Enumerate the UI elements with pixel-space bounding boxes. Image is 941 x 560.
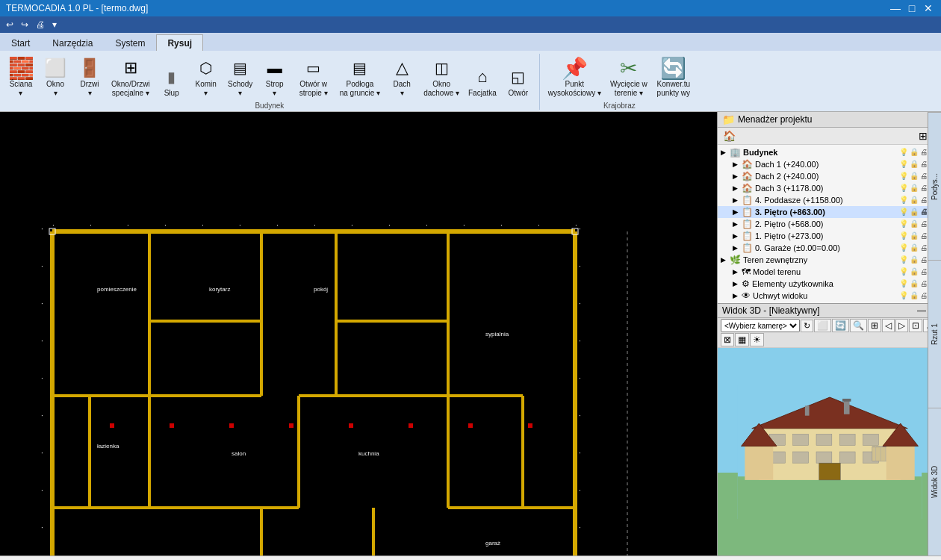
view3d-btn7[interactable]: ⊡ [909,319,922,332]
tree-print-poddasze[interactable]: 🖨 [920,196,928,205]
tree-print-teren[interactable]: 🖨 [920,255,928,264]
tree-arrow-pietro1[interactable]: ▶ [733,232,740,240]
tree-lock-dach3[interactable]: 🔒 [910,184,919,193]
tree-print-pietro2[interactable]: 🖨 [920,220,928,228]
tree-item-garaz[interactable]: ▶ 📋 0. Garaże (±0.00=0.00) 💡 🔒 🖨 [718,242,941,254]
view3d-cam-refresh[interactable]: ↻ [801,320,813,332]
close-button[interactable]: ✕ [922,1,935,15]
cad-canvas-area[interactable] [0,112,717,556]
tree-lock-uchwyt[interactable]: 🔒 [910,291,919,300]
quickbar-dropdown[interactable]: ▾ [49,19,60,30]
side-tab-rzut[interactable]: Rzut 1 [928,260,941,408]
tree-print-uchwyt[interactable]: 🖨 [920,291,928,300]
minimize-button[interactable]: — [889,1,902,15]
opening-button[interactable]: ◱ Otwór [502,63,535,100]
tree-arrow-dach1[interactable]: ▶ [733,161,740,168]
tree-print-garaz[interactable]: 🖨 [920,243,928,252]
wall-button[interactable]: 🧱 Ściana▾ [4,54,37,100]
floor-button[interactable]: ▤ Podłogana gruncie ▾ [336,54,384,100]
maximize-button[interactable]: □ [905,1,919,15]
tree-arrow-budynek[interactable]: ▶ [721,149,728,156]
tree-item-poddasze[interactable]: ▶ 📋 4. Poddasze (+1158.00) 💡 🔒 🖨 [718,194,941,206]
door-button[interactable]: 🚪 Drzwi▾ [73,54,106,100]
tree-item-pietro2[interactable]: ▶ 📋 2. Piętro (+568.00) 💡 🔒 🖨 [718,218,941,230]
tab-system[interactable]: System [104,34,156,51]
tree-item-model[interactable]: ▶ 🗺 Model terenu 💡 🔒 🖨 [718,266,941,278]
convert-button[interactable]: 🔄 Konwer.tupunkty wy [653,54,695,100]
tree-print-elementy[interactable]: 🖨 [920,279,928,288]
tree-item-budynek[interactable]: ▶ 🏢 Budynek 💡 🔒 🖨 [718,146,941,158]
slab-button[interactable]: ▬ Strop▾ [258,54,291,100]
view3d-btn2[interactable]: 🔄 [832,319,849,332]
tree-visibility-model[interactable]: 💡 [899,267,908,276]
tree-arrow-dach3[interactable]: ▶ [733,184,740,192]
tree-visibility-garaz[interactable]: 💡 [899,243,908,252]
tab-narzedzia[interactable]: Narzędzia [41,34,104,51]
camera-select[interactable]: <Wybierz kamerę> [721,319,800,332]
highrise-button[interactable]: 📌 Punktwysokościowy ▾ [544,54,605,100]
print-button[interactable]: 🖨 [33,19,48,30]
view3d-btn9[interactable]: ⊠ [721,333,734,346]
tree-visibility-uchwyt[interactable]: 💡 [899,291,908,300]
tree-item-dach2[interactable]: ▶ 🏠 Dach 2 (+240.00) 💡 🔒 🖨 [718,170,941,182]
tree-arrow-poddasze[interactable]: ▶ [733,196,740,204]
opening-slab-button[interactable]: ▭ Otwór wstropie ▾ [293,54,335,100]
tree-visibility-pietro3[interactable]: 💡 [899,208,908,217]
tree-print-dach1[interactable]: 🖨 [920,160,928,169]
tree-arrow-teren[interactable]: ▶ [721,256,728,264]
tree-lock-dach1[interactable]: 🔒 [910,160,919,169]
undo-button[interactable]: ↩ [3,19,16,30]
tree-visibility-pietro1[interactable]: 💡 [899,231,908,240]
tree-lock-teren[interactable]: 🔒 [910,255,919,264]
tree-print-budynek[interactable]: 🖨 [920,148,928,157]
tree-lock-garaz[interactable]: 🔒 [910,243,919,252]
tree-arrow-pietro3[interactable]: ▶ [733,208,740,216]
tree-lock-poddasze[interactable]: 🔒 [910,196,919,205]
tree-arrow-pietro2[interactable]: ▶ [733,220,740,228]
window-button[interactable]: ⬜ Okno▾ [39,54,72,100]
stairs-button[interactable]: ▤ Schody▾ [224,54,257,100]
column-button[interactable]: ▮ Słup [155,63,188,100]
tab-rysuj[interactable]: Rysuj [156,34,203,51]
tree-visibility-budynek[interactable]: 💡 [899,148,908,157]
tree-visibility-dach2[interactable]: 💡 [899,172,908,181]
tree-print-pietro1[interactable]: 🖨 [920,231,928,240]
redo-button[interactable]: ↪ [18,19,31,30]
tree-item-uchwyt[interactable]: ▶ 👁 Uchwyt widoku 💡 🔒 🖨 [718,290,941,302]
tree-item-elementy[interactable]: ▶ ⚙ Elementy użytkownika 💡 🔒 🖨 [718,278,941,290]
tree-print-dach2[interactable]: 🖨 [920,172,928,181]
tree-lock-elementy[interactable]: 🔒 [910,279,919,288]
view3d-minimize[interactable]: — [917,305,926,316]
tree-arrow-elementy[interactable]: ▶ [733,280,740,287]
tree-arrow-dach2[interactable]: ▶ [733,172,740,180]
facade-button[interactable]: ⌂ Facjatka [465,63,500,100]
view3d-btn6[interactable]: ▷ [895,319,908,332]
pm-home-button[interactable]: 🏠 [721,129,738,143]
tree-visibility-elementy[interactable]: 💡 [899,279,908,288]
tree-visibility-poddasze[interactable]: 💡 [899,196,908,205]
view3d-viewport[interactable] [718,348,941,556]
view3d-btn4[interactable]: ⊞ [868,319,881,332]
tree-visibility-dach1[interactable]: 💡 [899,160,908,169]
view3d-btn10[interactable]: ▦ [735,333,749,346]
tree-visibility-dach3[interactable]: 💡 [899,184,908,193]
tree-arrow-uchwyt[interactable]: ▶ [733,292,740,299]
tree-lock-model[interactable]: 🔒 [910,267,919,276]
tree-item-teren[interactable]: ▶ 🌿 Teren zewnętrzny 💡 🔒 🖨 [718,254,941,266]
tree-print-pietro3[interactable]: 🖨 [920,208,928,217]
view3d-btn1[interactable]: ⬜ [814,319,831,332]
side-tab-widok3d[interactable]: Widok 3D [928,408,941,556]
tree-arrow-garaz[interactable]: ▶ [733,244,740,252]
tree-print-dach3[interactable]: 🖨 [920,184,928,193]
cad-drawing[interactable] [0,112,717,556]
window-special-button[interactable]: ⊞ Okno/Drzwispecjalne ▾ [108,54,154,100]
tree-item-pietro3[interactable]: ▶ 📋 3. Piętro (+863.00) 💡 🔒 🖨 [718,206,941,218]
skylight-button[interactable]: ◫ Oknodachowe ▾ [420,54,463,100]
roof-button[interactable]: △ Dach▾ [385,54,418,100]
tree-item-dach3[interactable]: ▶ 🏠 Dach 3 (+1178.00) 💡 🔒 🖨 [718,182,941,194]
tree-visibility-teren[interactable]: 💡 [899,255,908,264]
tree-item-dach1[interactable]: ▶ 🏠 Dach 1 (+240.00) 💡 🔒 🖨 [718,158,941,170]
chimney-button[interactable]: ⬡ Komin▾ [190,54,223,100]
tree-lock-pietro2[interactable]: 🔒 [910,220,919,228]
tree-visibility-pietro2[interactable]: 💡 [899,220,908,228]
